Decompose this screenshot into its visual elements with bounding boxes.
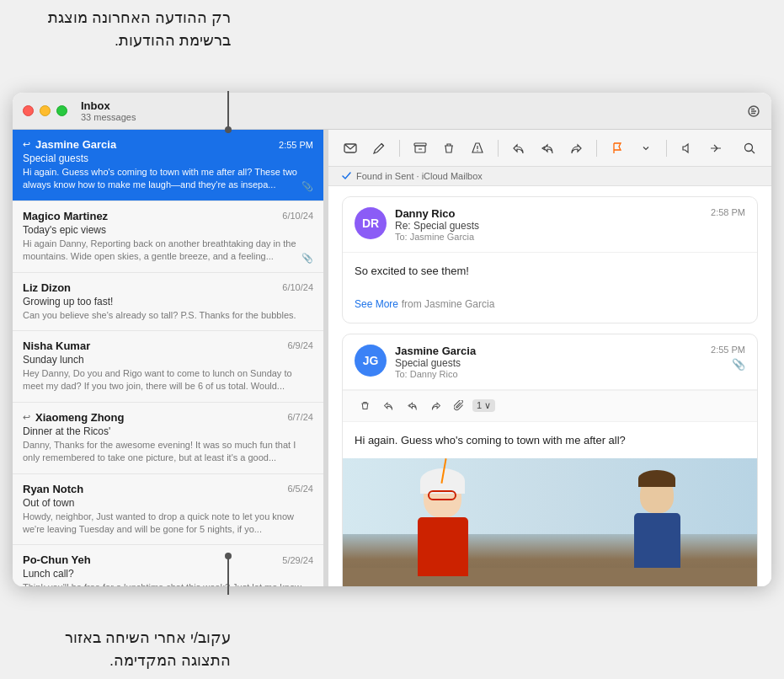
person-head-1 [424, 475, 461, 517]
inbox-count: 33 messages [81, 112, 136, 122]
subject-1: Special guests [23, 152, 313, 164]
timestamp-5: 6/7/24 [287, 412, 313, 422]
callout-line-top [227, 91, 229, 133]
preview-6: Howdy, neighbor, Just wanted to drop a q… [23, 511, 313, 537]
subject-7: Lunch call? [23, 568, 313, 580]
email-to-1: To: Jasmine Garcia [395, 232, 702, 242]
email-meta-1: Danny Rico Re: Special guests To: Jasmin… [395, 207, 702, 242]
flag-icon[interactable] [605, 136, 629, 160]
email-sender-1: Danny Rico [395, 207, 702, 220]
title-bar: Inbox 33 messages [13, 93, 771, 130]
email-meta-2: Jasmine Garcia Special guests To: Danny … [395, 345, 702, 379]
mute-icon[interactable] [675, 136, 699, 160]
person-head-2 [640, 475, 674, 513]
archive-icon[interactable] [408, 136, 432, 160]
sender-name-7: Po-Chun Yeh [23, 553, 91, 566]
sender-name-3: Liz Dizon [23, 281, 71, 294]
traffic-lights [23, 105, 67, 116]
timestamp-2: 6/10/24 [282, 211, 313, 221]
mail-detail: Found in Sent · iCloud Mailbox DR Danny … [328, 130, 771, 586]
message-item-3[interactable]: Liz Dizon 6/10/24 Growing up too fast! C… [13, 273, 323, 331]
email-subject-2: Special guests [395, 357, 702, 369]
email-mini-toolbar: 1 ∨ [343, 390, 757, 422]
reply-all-icon[interactable] [536, 136, 559, 160]
email-body-1: So excited to see them! See More from Ja… [343, 253, 757, 323]
person-1 [405, 475, 481, 576]
close-button[interactable] [23, 105, 34, 116]
attachment-count-badge: 1 ∨ [472, 399, 495, 412]
mini-trash-icon[interactable] [355, 396, 375, 416]
email-image [343, 458, 757, 586]
person-body-1 [418, 517, 468, 576]
annotation-top: רק ההודעה האחרונה מוצגת ברשימת ההודעות. [0, 0, 244, 59]
found-banner-text: Found in Sent · iCloud Mailbox [356, 171, 483, 181]
content-area: ↩ Jasmine Garcia 2:55 PM Special guests … [13, 130, 771, 586]
message-item-5[interactable]: ↩ Xiaomeng Zhong 6/7/24 Dinner at the Ri… [13, 403, 323, 474]
mini-reply-all-icon[interactable] [402, 396, 422, 416]
callout-line-bottom [227, 553, 229, 595]
see-more-link[interactable]: See More [355, 298, 398, 310]
subject-5: Dinner at the Ricos' [23, 425, 313, 437]
separator-3 [596, 140, 597, 157]
separator-2 [498, 140, 499, 157]
person-glasses [428, 490, 456, 500]
detail-content[interactable]: Found in Sent · iCloud Mailbox DR Danny … [328, 167, 771, 586]
timestamp-4: 6/9/24 [287, 340, 313, 350]
minimize-button[interactable] [40, 105, 51, 116]
sender-name-1: Jasmine Garcia [35, 138, 116, 151]
forward-icon[interactable] [564, 136, 588, 160]
reply-icon[interactable] [507, 136, 531, 160]
annotation-bottom: עקוב/י אחרי השיחה באזור התצוגה המקדימה. [0, 620, 244, 679]
message-list[interactable]: ↩ Jasmine Garcia 2:55 PM Special guests … [13, 130, 324, 586]
avatar-danny: DR [355, 207, 387, 239]
search-icon[interactable] [738, 136, 761, 160]
attachment-icon-2: 📎 [301, 253, 313, 264]
message-item-2[interactable]: Magico Martinez 6/10/24 Today's epic vie… [13, 201, 323, 273]
email-card-1: DR Danny Rico Re: Special guests To: Jas… [342, 196, 758, 323]
couple-scene [343, 458, 757, 586]
subject-2: Today's epic views [23, 224, 313, 236]
new-message-icon[interactable] [339, 136, 362, 160]
preview-5: Danny, Thanks for the awesome evening! I… [23, 439, 313, 465]
preview-1: Hi again. Guess who's coming to town wit… [23, 166, 313, 192]
separator-1 [399, 140, 400, 157]
svg-point-9 [745, 143, 753, 151]
person-hair-2 [638, 470, 675, 487]
email-body-2: Hi again. Guess who's coming to town wit… [343, 422, 757, 459]
reply-indicator-5: ↩ [23, 412, 30, 423]
inbox-label: Inbox [81, 99, 136, 112]
message-item-1[interactable]: ↩ Jasmine Garcia 2:55 PM Special guests … [13, 130, 323, 201]
filter-icon[interactable] [746, 104, 761, 119]
found-in-sent-banner: Found in Sent · iCloud Mailbox [328, 167, 771, 186]
see-more-from: from Jasmine Garcia [402, 298, 495, 310]
mini-attachment-icon[interactable] [449, 396, 469, 416]
mini-forward-icon[interactable] [425, 396, 445, 416]
svg-line-10 [752, 150, 755, 153]
preview-4: Hey Danny, Do you and Rigo want to come … [23, 367, 313, 393]
junk-icon[interactable] [466, 136, 489, 160]
inbox-title: Inbox 33 messages [81, 99, 136, 122]
email-card-2: JG Jasmine Garcia Special guests To: Dan… [342, 334, 758, 587]
timestamp-6: 6/5/24 [287, 484, 313, 494]
email-subject-1: Re: Special guests [395, 220, 702, 232]
message-item-4[interactable]: Nisha Kumar 6/9/24 Sunday lunch Hey Dann… [13, 331, 323, 403]
more-icon[interactable] [704, 136, 728, 160]
compose-icon[interactable] [367, 136, 391, 160]
person-body-2 [634, 513, 680, 568]
reply-indicator-1: ↩ [23, 139, 30, 150]
timestamp-1: 2:55 PM [279, 140, 313, 150]
message-item-7[interactable]: Po-Chun Yeh 5/29/24 Lunch call? Think yo… [13, 545, 323, 586]
timestamp-7: 5/29/24 [282, 555, 313, 565]
email-timestamp-1: 2:58 PM [711, 207, 745, 217]
svg-point-8 [477, 150, 477, 151]
email-card-1-header: DR Danny Rico Re: Special guests To: Jas… [343, 197, 757, 253]
mail-window: Inbox 33 messages ↩ Jasmine Garcia [13, 93, 771, 586]
message-item-6[interactable]: Ryan Notch 6/5/24 Out of town Howdy, nei… [13, 474, 323, 546]
mini-reply-icon[interactable] [378, 396, 398, 416]
trash-icon[interactable] [437, 136, 461, 160]
maximize-button[interactable] [56, 105, 67, 116]
flag-dropdown-icon[interactable] [634, 136, 658, 160]
sender-name-4: Nisha Kumar [23, 340, 90, 352]
email-to-2: To: Danny Rico [395, 369, 702, 379]
email-card-2-header: JG Jasmine Garcia Special guests To: Dan… [343, 334, 757, 390]
